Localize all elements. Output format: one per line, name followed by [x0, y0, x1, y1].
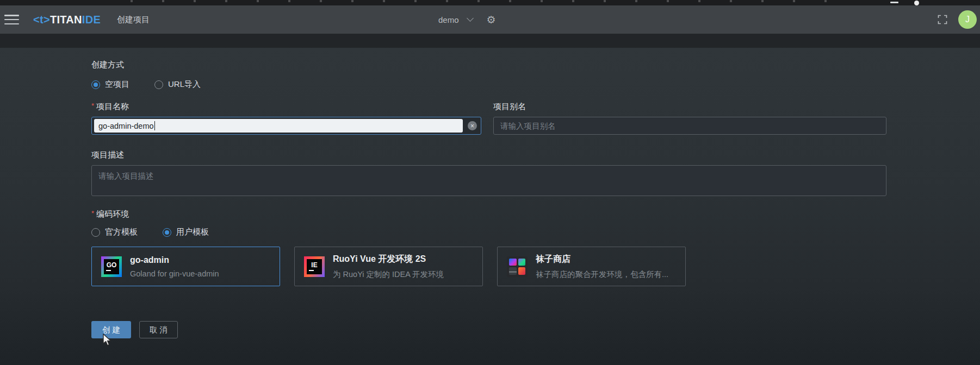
workspace-selector[interactable]: demo ⚙ [438, 5, 496, 34]
radio-url-import[interactable]: URL导入 [154, 79, 201, 90]
create-project-form: 创建方式 空项目 URL导入 项目名称 go-admin-demo × 项目别名 [0, 48, 980, 365]
header-shadow-band [0, 34, 980, 48]
project-description-label: 项目描述 [91, 150, 980, 160]
template-title: go-admin [130, 255, 219, 265]
goland-icon: GO [101, 256, 122, 277]
radio-checked-icon [163, 228, 171, 237]
radio-unchecked-icon [154, 80, 163, 89]
avatar[interactable]: J [958, 10, 977, 29]
page-title: 创建项目 [117, 15, 150, 25]
template-description: 袜子商店的聚合开发环境，包含所有... [536, 269, 668, 280]
cancel-button[interactable]: 取 消 [139, 321, 178, 338]
project-name-label: 项目名称 [91, 102, 481, 112]
radio-checked-icon [91, 80, 100, 89]
logo-suffix: IDE [82, 14, 101, 26]
project-alias-label: 项目别名 [493, 102, 886, 112]
browser-menu-icon [890, 2, 898, 3]
multi-ide-icon [507, 256, 528, 277]
template-title: RuoYi Vue 开发环境 2S [333, 254, 444, 265]
fullscreen-icon[interactable] [938, 15, 947, 24]
radio-empty-project[interactable]: 空项目 [91, 79, 129, 90]
clear-input-icon[interactable]: × [468, 121, 477, 130]
hamburger-menu-icon[interactable] [4, 15, 19, 24]
browser-avatar-icon [914, 1, 919, 5]
template-description: Goland for gin-vue-admin [130, 269, 219, 278]
radio-unchecked-icon [91, 228, 100, 237]
bookmark-ticks [131, 0, 839, 2]
radio-official-template[interactable]: 官方模板 [91, 227, 138, 237]
radio-label: 用户模板 [176, 227, 209, 237]
app-header: <t>TITANIDE 创建项目 demo ⚙ J [0, 5, 980, 34]
create-button[interactable]: 创 建 [91, 321, 131, 338]
browser-strip [0, 0, 980, 5]
logo-brand: TITAN [50, 14, 82, 26]
idea-icon: IE [304, 256, 325, 277]
coding-environment-options: 官方模板 用户模板 [91, 227, 980, 237]
project-name-input[interactable]: go-admin-demo [94, 119, 463, 133]
project-description-textarea[interactable] [91, 165, 886, 196]
template-card-sock-shop[interactable]: 袜子商店 袜子商店的聚合开发环境，包含所有... [497, 247, 686, 286]
project-name-value: go-admin-demo [98, 122, 154, 130]
radio-label: 空项目 [105, 79, 129, 90]
form-actions: 创 建 取 消 [91, 321, 980, 338]
radio-label: 官方模板 [105, 227, 138, 237]
template-cards: GO go-admin Goland for gin-vue-admin IE … [91, 247, 980, 286]
template-description: 为 RuoYi 定制的 IDEA 开发环境 [333, 269, 444, 280]
creation-method-label: 创建方式 [91, 60, 980, 70]
chevron-down-icon [467, 15, 474, 22]
workspace-name: demo [438, 15, 459, 24]
coding-environment-label: 编码环境 [91, 209, 980, 219]
text-caret [154, 121, 156, 130]
gear-icon[interactable]: ⚙ [487, 15, 496, 25]
radio-user-template[interactable]: 用户模板 [163, 227, 209, 237]
logo-prefix: <t> [33, 14, 50, 26]
template-card-ruoyi[interactable]: IE RuoYi Vue 开发环境 2S 为 RuoYi 定制的 IDEA 开发… [294, 247, 483, 286]
app-logo: <t>TITANIDE [33, 14, 101, 26]
template-card-go-admin[interactable]: GO go-admin Goland for gin-vue-admin [91, 247, 280, 286]
creation-method-options: 空项目 URL导入 [91, 79, 980, 90]
project-name-field: go-admin-demo × [91, 117, 481, 135]
radio-label: URL导入 [168, 79, 201, 90]
project-alias-input[interactable] [493, 117, 886, 135]
template-title: 袜子商店 [536, 254, 668, 265]
